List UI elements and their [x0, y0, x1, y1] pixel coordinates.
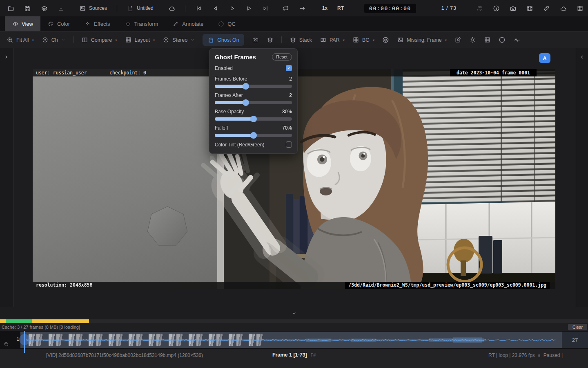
bg-dropdown[interactable]: BG▾	[352, 36, 374, 43]
cloud-button[interactable]	[560, 5, 567, 12]
timecode-display[interactable]: 00:00:00:00	[364, 4, 416, 13]
base-opacity-slider[interactable]	[215, 117, 292, 121]
file-path-overlay: /3dd/Raid/Brownie2_WS/tmp/usd_preview/ep…	[345, 282, 550, 289]
open-button[interactable]	[7, 5, 14, 12]
date-frame-overlay: date 2023-10-04 frame 0001	[450, 69, 537, 76]
layers-view-button[interactable]	[267, 36, 274, 43]
stereo-dropdown[interactable]: Stereo	[163, 36, 195, 43]
collapse-chevron-icon[interactable]	[292, 311, 297, 316]
expand-left-panel-chevron-icon[interactable]	[4, 54, 9, 60]
save-button[interactable]	[24, 5, 31, 12]
color-tint-checkbox[interactable]	[286, 141, 292, 148]
separator	[185, 5, 185, 12]
timeline-thumbnail	[129, 334, 136, 346]
mode-tabs: ViewColorEffectsTransformAnnotateQC	[0, 16, 588, 31]
palette-icon	[48, 21, 54, 27]
status-bar: [VID] 2d56d82687b78171f50c496bab002bc18d…	[0, 349, 588, 368]
fit-all-dropdown[interactable]: Fit All▾	[7, 36, 34, 43]
snapshot-view-button[interactable]	[252, 36, 259, 43]
skipstart-icon	[195, 5, 202, 12]
timeline-thumbnail	[229, 334, 236, 346]
separator	[117, 5, 117, 12]
timeline-zoom-icon[interactable]	[3, 341, 9, 347]
tab-view[interactable]: View	[5, 16, 40, 31]
collaboration-button[interactable]	[476, 5, 483, 12]
grid-button[interactable]	[577, 5, 584, 12]
caret-down-icon: ▾	[153, 38, 155, 42]
falloff-slider-thumb[interactable]	[250, 132, 257, 139]
tab-color[interactable]: Color	[40, 16, 77, 31]
edit-button[interactable]	[454, 36, 461, 43]
go-to-start-button[interactable]	[195, 5, 202, 12]
link-button[interactable]	[543, 5, 550, 12]
sources-button[interactable]: Sources	[79, 5, 107, 12]
tab-annotate[interactable]: Annotate	[165, 16, 211, 31]
stack-button[interactable]: Stack	[290, 36, 312, 43]
frames-before-value: 2	[289, 76, 292, 82]
layout-dropdown[interactable]: Layout▾	[125, 36, 155, 43]
circledot-icon	[42, 36, 49, 43]
playhead[interactable]	[24, 331, 25, 353]
cloud-sync-button[interactable]	[168, 5, 175, 12]
editsq-icon	[454, 36, 461, 43]
frames-after-slider[interactable]	[215, 101, 292, 104]
tiles-button[interactable]	[484, 36, 491, 43]
reset-button[interactable]: Reset	[272, 53, 292, 61]
top-toolbar: SourcesUntitled1xRT00:00:00:001 / 73	[0, 0, 588, 16]
timeline-thumbnail	[49, 334, 56, 346]
base-opacity-label: Base Opacity	[215, 109, 244, 114]
timeline-thumbnail	[249, 334, 256, 346]
session-title-button[interactable]: Untitled	[127, 5, 154, 12]
tab-effects-label: Effects	[94, 21, 110, 27]
version-badge[interactable]: A	[539, 53, 550, 63]
play-mode-button[interactable]	[299, 5, 306, 12]
channel-dropdown[interactable]: Ch	[42, 36, 65, 43]
base-opacity-slider-thumb[interactable]	[250, 116, 257, 122]
missing-frame-dropdown[interactable]: Missing: Frame▾	[397, 36, 447, 43]
par-dropdown[interactable]: PAR▾	[320, 36, 345, 43]
aperture-button[interactable]	[382, 36, 389, 43]
source-info: [VID] 2d56d82687b78171f50c496bab002bc18d…	[46, 352, 203, 358]
compare-dropdown[interactable]: Compare▾	[81, 36, 117, 43]
media-button[interactable]	[526, 5, 533, 12]
frames-before-slider-thumb[interactable]	[243, 83, 249, 90]
tab-effects[interactable]: Effects	[77, 16, 118, 31]
user-overlay: user: russian_user	[36, 69, 87, 76]
enabled-checkbox[interactable]: ✓	[286, 65, 292, 71]
frame-info: Frame 1 [1-73] F#	[272, 352, 316, 358]
sparkle-icon	[85, 21, 91, 27]
frames-before-slider[interactable]	[215, 85, 292, 88]
clear-cache-button[interactable]: Clear	[568, 324, 587, 330]
step-forward-button[interactable]	[245, 5, 252, 12]
ghost-toggle-button[interactable]: Ghost On	[203, 34, 244, 46]
timeline-thumbnail	[116, 334, 124, 346]
bg-dropdown-label: BG	[362, 37, 370, 43]
waveform-button[interactable]	[513, 36, 520, 43]
frames-after-slider-thumb[interactable]	[243, 99, 249, 106]
tab-qc[interactable]: QC	[211, 16, 243, 31]
info-button[interactable]	[493, 5, 500, 12]
go-to-end-button[interactable]	[262, 5, 269, 12]
expand-right-panel-chevron-icon[interactable]	[579, 54, 585, 60]
snapshot-button[interactable]	[510, 5, 517, 12]
brightness-button[interactable]	[469, 36, 476, 43]
play-button[interactable]	[229, 5, 236, 12]
ghost-toggle-button-label: Ghost On	[217, 37, 239, 43]
session-layers-button[interactable]	[41, 5, 48, 12]
par-dropdown-label: PAR	[330, 37, 340, 43]
loop-button[interactable]	[282, 5, 289, 12]
timeline-thumbnail	[176, 334, 184, 346]
falloff-slider[interactable]	[215, 134, 292, 137]
frames-after-slider-group: Frames After2	[215, 92, 292, 104]
enabled-label: Enabled	[215, 65, 233, 71]
timeline-thumbnail	[196, 334, 204, 346]
tab-transform[interactable]: Transform	[118, 16, 166, 31]
layers-icon	[290, 36, 296, 43]
export-button[interactable]	[58, 5, 65, 12]
info-view-button[interactable]	[499, 36, 506, 43]
left-panel-edge	[0, 48, 13, 307]
timeline-thumbnail	[136, 334, 144, 346]
separator	[73, 36, 74, 43]
timeline-strip[interactable]	[20, 332, 562, 348]
play-reverse-button[interactable]	[212, 5, 219, 12]
